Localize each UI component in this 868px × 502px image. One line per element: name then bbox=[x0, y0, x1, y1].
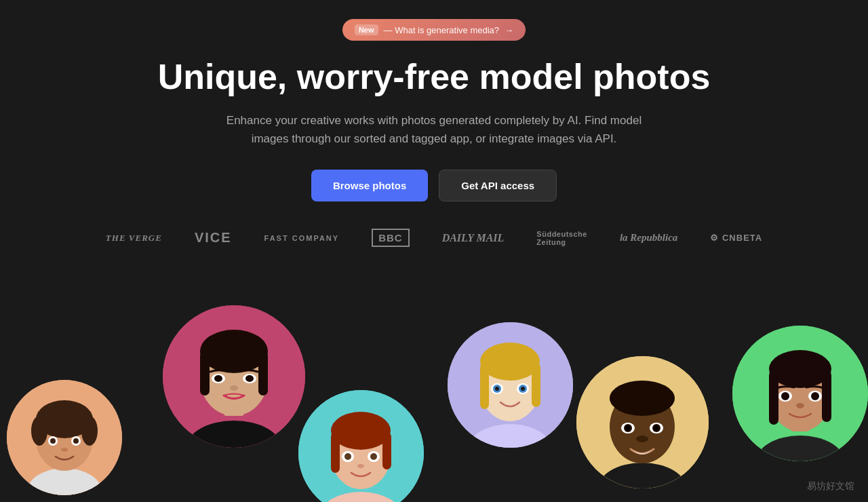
svg-point-56 bbox=[626, 426, 630, 430]
svg-point-60 bbox=[636, 436, 648, 442]
svg-point-40 bbox=[480, 343, 540, 381]
svg-rect-30 bbox=[382, 432, 391, 469]
svg-point-20 bbox=[214, 375, 222, 382]
svg-point-11 bbox=[61, 448, 68, 452]
banner-text: — What is generative media? bbox=[384, 25, 500, 35]
svg-rect-41 bbox=[480, 363, 489, 409]
svg-point-8 bbox=[50, 438, 56, 444]
svg-rect-66 bbox=[769, 370, 778, 425]
press-logo-dailymail: Daily Mail bbox=[442, 232, 505, 244]
top-banner: New — What is generative media? → bbox=[0, 0, 868, 41]
press-logo-fastco: FAST COMPANY bbox=[264, 234, 340, 242]
press-logo-vice: VICE bbox=[195, 230, 232, 246]
svg-rect-67 bbox=[822, 370, 831, 422]
browse-photos-button[interactable]: Browse photos bbox=[311, 170, 428, 201]
cta-group: Browse photos Get API access bbox=[0, 170, 868, 201]
svg-rect-29 bbox=[331, 432, 340, 473]
photo-circle-black-man bbox=[576, 356, 709, 488]
svg-point-34 bbox=[370, 453, 377, 460]
api-access-button[interactable]: Get API access bbox=[439, 170, 557, 201]
press-logos-row: THE VERGE VICE FAST COMPANY BBC Daily Ma… bbox=[0, 229, 868, 247]
svg-point-28 bbox=[331, 412, 391, 450]
svg-point-6 bbox=[81, 416, 98, 446]
photo-circle-dark-girl bbox=[732, 326, 868, 461]
photo-circle-child bbox=[7, 380, 122, 495]
svg-point-72 bbox=[796, 403, 804, 408]
svg-rect-18 bbox=[258, 351, 268, 395]
photo-circle-redhead-woman bbox=[298, 390, 424, 502]
press-logo-cnbeta: ⚙ cnBeta bbox=[710, 233, 762, 243]
press-logo-repubblica: la Repubblica bbox=[620, 232, 677, 244]
svg-point-23 bbox=[230, 385, 238, 391]
svg-point-32 bbox=[344, 453, 351, 460]
svg-point-35 bbox=[357, 464, 364, 468]
svg-point-22 bbox=[245, 375, 254, 382]
banner-arrow: → bbox=[505, 25, 513, 35]
svg-point-59 bbox=[654, 426, 658, 430]
svg-point-69 bbox=[781, 392, 789, 400]
press-logo-bbc: BBC bbox=[372, 229, 410, 247]
svg-rect-17 bbox=[200, 351, 210, 395]
press-logo-verge: THE VERGE bbox=[106, 233, 162, 244]
new-badge: New bbox=[355, 24, 378, 35]
generative-media-banner[interactable]: New — What is generative media? → bbox=[342, 19, 526, 41]
watermark: 易坊好文馆 bbox=[807, 480, 854, 493]
svg-point-45 bbox=[495, 387, 499, 391]
svg-point-53 bbox=[610, 381, 675, 416]
hero-section: Unique, worry-free model photos Enhance … bbox=[0, 57, 868, 148]
press-logo-sueddeutsche: SüddeutscheZeitung bbox=[536, 230, 587, 246]
svg-rect-42 bbox=[532, 363, 540, 407]
svg-point-10 bbox=[73, 438, 79, 444]
photo-circle-blonde-girl bbox=[448, 322, 573, 448]
svg-point-16 bbox=[200, 330, 268, 373]
hero-title: Unique, worry-free model photos bbox=[14, 57, 854, 98]
photo-circle-asian-woman bbox=[163, 305, 305, 448]
svg-point-5 bbox=[31, 416, 47, 446]
svg-point-48 bbox=[521, 387, 525, 391]
photos-row bbox=[0, 285, 868, 502]
svg-point-71 bbox=[811, 392, 819, 400]
hero-subtitle: Enhance your creative works with photos … bbox=[217, 111, 651, 148]
